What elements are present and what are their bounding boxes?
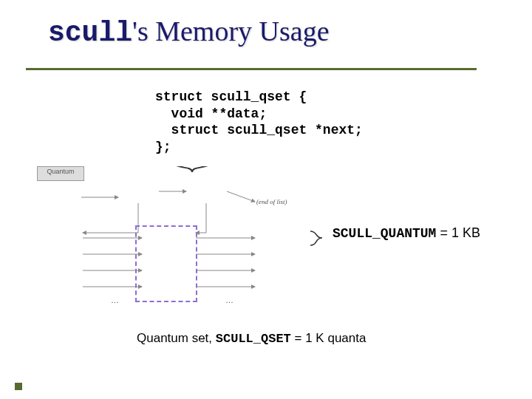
code-l4: }; bbox=[155, 140, 171, 154]
memory-diagram: Scull_device Data Scull_qset Next Data S… bbox=[37, 166, 495, 336]
slide: scull's Memory Usage struct scull_qset {… bbox=[0, 0, 532, 399]
code-l3: struct scull_qset *next; bbox=[155, 123, 363, 137]
title-underline bbox=[26, 68, 477, 70]
ann-quantum-rest: = 1 KB bbox=[436, 225, 480, 240]
ann-qset-rest: = 1 K quanta bbox=[291, 331, 366, 345]
diagram-wires bbox=[37, 166, 495, 336]
ql-2-4: Quantum bbox=[38, 167, 83, 176]
ellipsis-1: … bbox=[111, 296, 119, 304]
title-rest: 's Memory Usage bbox=[132, 16, 329, 47]
code-l1: struct scull_qset { bbox=[155, 89, 307, 104]
end-of-list: (end of list) bbox=[256, 198, 287, 205]
slide-title: scull's Memory Usage bbox=[48, 15, 330, 49]
ellipsis-2: … bbox=[225, 296, 233, 304]
ann-qset-mono: SCULL_QSET bbox=[216, 332, 291, 346]
corner-accent-icon bbox=[15, 383, 22, 390]
title-mono: scull bbox=[48, 17, 132, 49]
ann-quantum-mono: SCULL_QUANTUM bbox=[332, 226, 436, 241]
struct-code: struct scull_qset { void **data; struct … bbox=[155, 89, 363, 155]
ann-qset-pre: Quantum set, bbox=[137, 331, 216, 345]
code-l2: void **data; bbox=[155, 106, 267, 121]
svg-line-2 bbox=[227, 191, 255, 202]
annotation-quantum: SCULL_QUANTUM = 1 KB bbox=[332, 225, 480, 241]
annotation-qset: Quantum set, SCULL_QSET = 1 K quanta bbox=[137, 331, 366, 346]
quantum-2-4: Quantum bbox=[37, 166, 84, 181]
